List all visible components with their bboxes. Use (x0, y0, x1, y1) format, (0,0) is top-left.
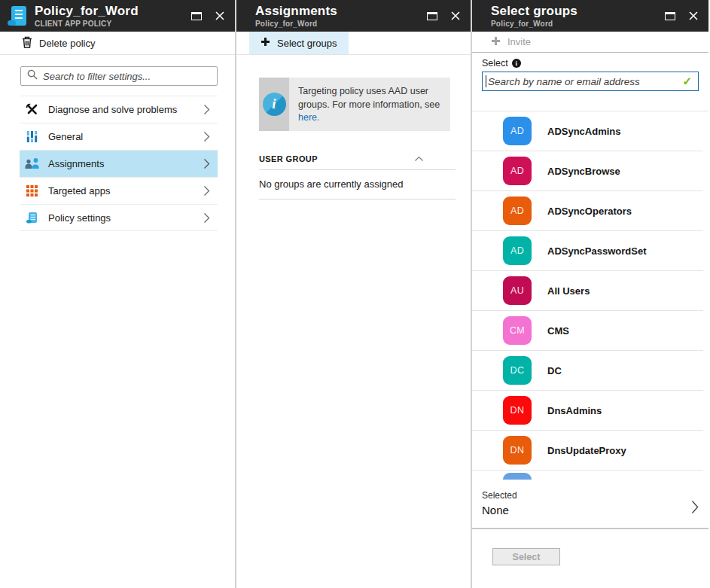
info-banner-text: Targeting policy uses AAD user groups. F… (289, 78, 450, 131)
maximize-button[interactable] (665, 12, 675, 20)
group-row-dnsupdateproxy[interactable]: DN DnsUpdateProxy (472, 431, 703, 471)
group-name: DC (547, 365, 562, 376)
group-avatar: DC (503, 356, 532, 385)
group-name: DnsUpdateProxy (547, 445, 626, 456)
sort-ascending-icon (414, 156, 424, 162)
chevron-right-icon (203, 158, 210, 169)
delete-policy-button[interactable]: Delete policy (22, 36, 95, 50)
group-avatar: AD (503, 197, 532, 225)
group-name: ADSyncBrowse (547, 166, 620, 177)
group-name: ADSyncPasswordSet (547, 245, 647, 257)
group-row-adsyncbrowse[interactable]: AD ADSyncBrowse (472, 151, 703, 191)
column-header-label: USER GROUP (259, 154, 318, 163)
group-row-cms[interactable]: CM CMS (472, 311, 703, 351)
group-avatar: AD (503, 117, 532, 145)
close-button[interactable] (451, 11, 460, 20)
plus-icon-disabled (491, 35, 501, 49)
close-icon (451, 11, 460, 20)
group-name: ADSyncOperators (547, 206, 632, 217)
group-row-adsyncoperators[interactable]: AD ADSyncOperators (472, 191, 703, 231)
partial-group-avatar (503, 473, 532, 480)
empty-groups-message: No groups are currently assigned (259, 170, 456, 200)
group-avatar: DN (503, 436, 532, 465)
group-avatar: AD (503, 157, 532, 185)
blade-title: Policy_for_Word (35, 5, 139, 18)
maximize-button[interactable] (427, 12, 437, 20)
valid-check-icon: ✓ (682, 75, 692, 88)
sidebar-item-general[interactable]: General (20, 123, 218, 150)
group-row-adsyncadmins[interactable]: AD ADSyncAdmins (472, 111, 703, 151)
group-name: ADSyncAdmins (547, 126, 621, 137)
selected-value: None (482, 504, 699, 516)
assignments-toolbar: Select groups (236, 32, 471, 55)
blade-title: Assignments (255, 5, 337, 18)
azure-portal-blades: Policy_for_Word CLIENT APP POLICY (0, 0, 710, 588)
group-name: DnsAdmins (547, 405, 602, 416)
select-button[interactable]: Select (492, 548, 560, 565)
maximize-icon (665, 12, 675, 20)
people-icon (24, 158, 39, 169)
sidebar-item-label: Targeted apps (48, 185, 110, 197)
sliders-icon (24, 130, 39, 143)
group-search-box: ✓ (482, 72, 699, 91)
user-group-column-header[interactable]: USER GROUP (259, 154, 456, 170)
group-avatar: CM (503, 316, 532, 345)
footer-divider (472, 528, 708, 529)
blade-subtitle: Policy_for_Word (491, 20, 577, 28)
selected-label: Selected (482, 490, 699, 501)
group-row-dnsadmins[interactable]: DN DnsAdmins (472, 391, 703, 431)
search-icon (27, 69, 38, 83)
blade-select-groups: Select groups Policy_for_Word Invite Sel… (472, 0, 708, 588)
info-text: Targeting policy uses AAD user groups. F… (298, 86, 440, 110)
sidebar-item-targeted-apps[interactable]: Targeted apps (20, 177, 218, 204)
select-groups-toolbar: Invite (472, 32, 708, 53)
info-icon-cell: i (259, 78, 289, 131)
sidebar-item-diagnose[interactable]: Diagnose and solve problems (20, 96, 218, 123)
group-row-all-users[interactable]: AU All Users (472, 271, 703, 311)
group-avatar: AU (503, 276, 532, 305)
blade-header: Select groups Policy_for_Word (472, 0, 708, 32)
blade-header: Assignments Policy_for_Word (236, 0, 471, 32)
chevron-right-icon (203, 104, 210, 115)
select-field-label-row: Select i (482, 58, 699, 69)
plus-icon (261, 37, 270, 49)
close-button[interactable] (215, 11, 224, 20)
sidebar-item-label: Diagnose and solve problems (48, 104, 177, 115)
settings-filter-box (20, 66, 218, 86)
info-banner: i Targeting policy uses AAD user groups.… (259, 78, 450, 131)
scroll-icon (24, 212, 39, 224)
selected-summary-row[interactable]: Selected None (472, 480, 708, 516)
grid-icon (24, 185, 39, 197)
group-avatar: DN (503, 396, 532, 425)
maximize-icon (427, 12, 437, 20)
info-here-link[interactable]: here. (298, 112, 320, 123)
policy-scroll-icon (6, 4, 29, 28)
chevron-right-icon (203, 212, 210, 224)
blade-title: Select groups (491, 5, 577, 18)
tools-icon (24, 103, 39, 116)
group-list: AD ADSyncAdmins AD ADSyncBrowse AD ADSyn… (472, 111, 708, 480)
blade-assignments: Assignments Policy_for_Word Select group… (236, 0, 472, 588)
info-icon: i (512, 59, 521, 68)
trash-icon (22, 36, 32, 50)
sidebar-item-assignments[interactable]: Assignments (20, 150, 218, 177)
sidebar-item-policy-settings[interactable]: Policy settings (20, 204, 218, 231)
group-row-partial[interactable] (472, 471, 703, 480)
invite-button: Invite (507, 36, 531, 47)
policy-menu: Diagnose and solve problems General (20, 96, 218, 231)
delete-policy-label: Delete policy (39, 38, 95, 49)
group-row-adsyncpasswordset[interactable]: AD ADSyncPasswordSet (472, 231, 703, 271)
group-name: All Users (547, 285, 590, 297)
group-row-dc[interactable]: DC DC (472, 351, 703, 391)
blade-subtitle: Policy_for_Word (255, 20, 337, 28)
blade-header: Policy_for_Word CLIENT APP POLICY (0, 0, 235, 32)
group-avatar: AD (503, 236, 532, 265)
select-groups-button[interactable]: Select groups (249, 32, 349, 54)
info-icon: i (263, 93, 286, 116)
settings-filter-input[interactable] (43, 71, 211, 82)
group-search-input[interactable] (486, 76, 682, 87)
maximize-icon (191, 12, 202, 20)
maximize-button[interactable] (191, 12, 202, 20)
close-button[interactable] (689, 11, 698, 20)
close-icon (689, 11, 698, 20)
